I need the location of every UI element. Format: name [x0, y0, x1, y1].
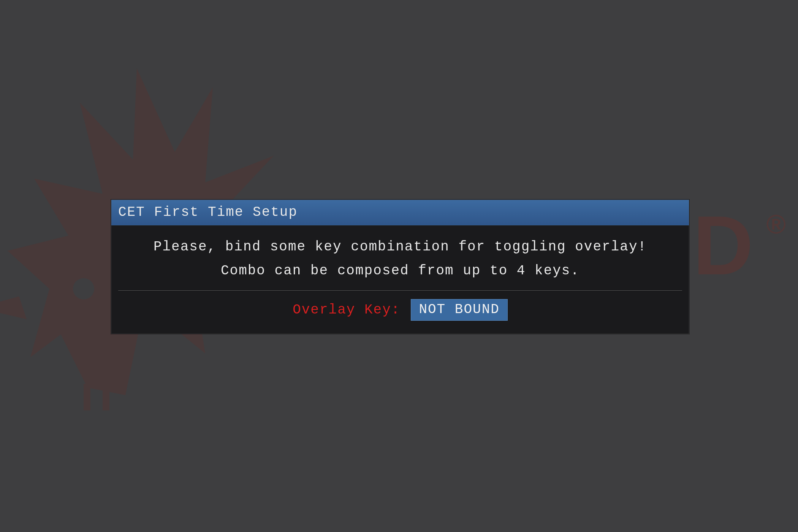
svg-rect-3 [84, 384, 90, 410]
dialog-body: Please, bind some key combination for to… [111, 226, 689, 334]
dialog-titlebar[interactable]: CET First Time Setup [111, 200, 689, 226]
instruction-text: Please, bind some key combination for to… [118, 235, 682, 290]
overlay-key-bind-button[interactable]: NOT BOUND [411, 299, 507, 321]
dialog-title: CET First Time Setup [118, 204, 298, 220]
overlay-key-label: Overlay Key: [293, 302, 400, 318]
trademark-symbol: ® [766, 209, 796, 239]
svg-rect-4 [103, 384, 109, 410]
overlay-key-row: Overlay Key: NOT BOUND [118, 298, 682, 322]
svg-point-1 [73, 278, 94, 299]
instruction-line-2: Combo can be composed from up to 4 keys. [221, 263, 580, 279]
instruction-line-1: Please, bind some key combination for to… [154, 239, 647, 255]
first-time-setup-dialog: CET First Time Setup Please, bind some k… [111, 200, 689, 334]
separator [118, 290, 682, 291]
svg-marker-2 [0, 296, 27, 319]
